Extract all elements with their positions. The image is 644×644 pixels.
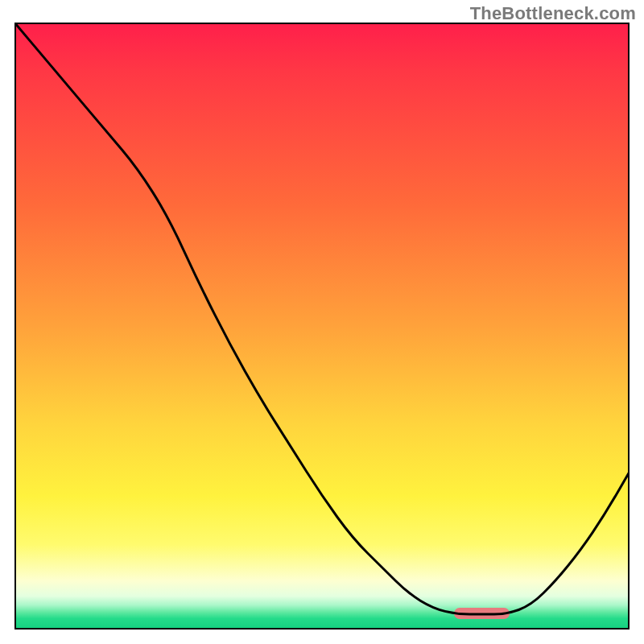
chart-container: TheBottleneck.com [0,0,644,644]
bottleneck-curve [14,23,630,614]
curve-svg [14,23,630,630]
plot-area [14,23,630,630]
watermark-text: TheBottleneck.com [470,3,636,24]
